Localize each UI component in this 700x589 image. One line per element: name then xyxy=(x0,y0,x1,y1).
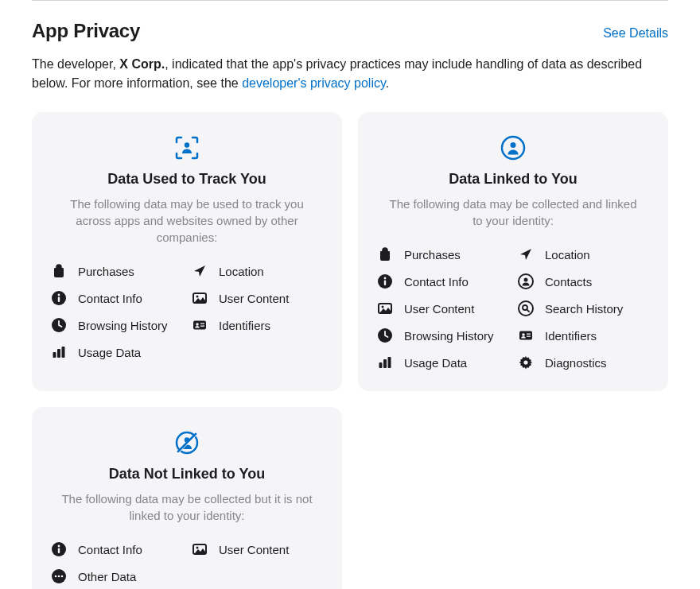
card-title: Data Not Linked to You xyxy=(51,466,323,482)
data-type-label: Purchases xyxy=(78,265,134,278)
data-type-item: Contacts xyxy=(518,273,649,289)
svg-point-15 xyxy=(511,142,516,148)
svg-point-8 xyxy=(196,323,199,326)
data-type-item: Contact Info xyxy=(51,541,182,557)
svg-point-20 xyxy=(524,278,528,282)
svg-point-40 xyxy=(58,545,60,548)
data-type-label: Search History xyxy=(545,302,623,316)
user-content-icon xyxy=(192,541,208,557)
data-type-item: Purchases xyxy=(51,263,182,279)
data-type-label: Usage Data xyxy=(78,346,141,359)
data-type-label: Usage Data xyxy=(404,356,467,370)
data-type-label: Contact Info xyxy=(78,543,142,556)
svg-rect-9 xyxy=(200,324,204,324)
track-items: PurchasesLocationContact InfoUser Conten… xyxy=(51,263,323,360)
intro-text: The developer, X Corp., indicated that t… xyxy=(32,55,668,93)
data-type-label: User Content xyxy=(404,302,474,316)
diagnostics-icon xyxy=(518,355,534,370)
svg-rect-11 xyxy=(53,352,56,358)
browsing-history-icon xyxy=(51,317,67,333)
data-type-label: Contacts xyxy=(545,275,592,289)
card-title: Data Linked to You xyxy=(377,171,649,188)
info-icon xyxy=(51,541,67,557)
data-type-item: Contact Info xyxy=(377,273,508,289)
card-desc: The following data may be used to track … xyxy=(51,196,323,246)
data-type-item: Identifiers xyxy=(518,327,649,343)
data-type-label: User Content xyxy=(219,292,289,305)
data-type-label: Identifiers xyxy=(545,329,597,343)
track-you-icon xyxy=(51,134,323,161)
svg-point-34 xyxy=(523,360,527,364)
data-type-label: User Content xyxy=(219,543,289,556)
data-type-label: Identifiers xyxy=(219,319,270,332)
svg-rect-31 xyxy=(379,362,383,368)
svg-rect-30 xyxy=(527,336,531,337)
data-type-item: User Content xyxy=(192,290,323,306)
identifiers-icon xyxy=(192,317,208,333)
linked-items: PurchasesLocationContact InfoContactsUse… xyxy=(377,246,649,370)
data-type-label: Purchases xyxy=(404,248,461,262)
user-content-icon xyxy=(377,300,393,316)
svg-point-22 xyxy=(382,306,384,308)
card-linked-to-you: Data Linked to You The following data ma… xyxy=(358,112,668,391)
linked-to-you-icon xyxy=(377,134,649,161)
data-type-label: Contact Info xyxy=(78,292,142,305)
purchases-icon xyxy=(377,246,393,262)
data-type-label: Location xyxy=(219,265,264,278)
data-type-item: Usage Data xyxy=(51,344,182,360)
svg-point-28 xyxy=(522,333,525,336)
intro-suffix: . xyxy=(386,76,389,90)
svg-rect-7 xyxy=(193,321,206,330)
info-icon xyxy=(51,290,67,306)
data-type-item: Location xyxy=(192,263,323,279)
info-icon xyxy=(377,273,393,289)
svg-rect-3 xyxy=(58,297,60,303)
not-linked-icon xyxy=(51,429,323,456)
data-type-item: Search History xyxy=(518,300,649,316)
data-type-label: Other Data xyxy=(78,570,136,583)
svg-rect-32 xyxy=(383,359,387,368)
svg-rect-12 xyxy=(57,349,60,358)
data-type-item: Browsing History xyxy=(51,317,182,333)
svg-line-25 xyxy=(527,309,529,312)
section-title: App Privacy xyxy=(32,20,140,42)
section-divider xyxy=(32,0,668,1)
data-type-item: Contact Info xyxy=(51,290,182,306)
developer-name: X Corp. xyxy=(119,57,165,71)
data-type-item: Browsing History xyxy=(377,327,508,343)
not-linked-items: Contact InfoUser ContentOther Data xyxy=(51,541,323,584)
svg-point-17 xyxy=(384,277,387,280)
svg-point-46 xyxy=(58,575,60,578)
svg-point-0 xyxy=(185,142,189,147)
card-not-linked: Data Not Linked to You The following dat… xyxy=(32,407,342,589)
svg-rect-18 xyxy=(384,281,386,286)
data-type-label: Browsing History xyxy=(404,329,494,343)
data-type-label: Browsing History xyxy=(78,319,168,332)
data-type-item: Usage Data xyxy=(377,355,508,370)
card-desc: The following data may be collected but … xyxy=(51,490,323,524)
data-type-label: Contact Info xyxy=(404,275,469,289)
privacy-policy-link[interactable]: developer's privacy policy xyxy=(242,76,386,90)
data-type-item: Other Data xyxy=(51,568,182,584)
data-type-item: User Content xyxy=(192,541,323,557)
svg-point-23 xyxy=(519,301,533,316)
identifiers-icon xyxy=(518,327,534,343)
svg-rect-13 xyxy=(62,347,65,358)
svg-point-45 xyxy=(55,575,57,578)
svg-point-5 xyxy=(196,296,199,298)
svg-point-2 xyxy=(58,294,60,296)
header-row: App Privacy See Details xyxy=(32,20,668,42)
intro-prefix: The developer, xyxy=(32,57,119,71)
svg-rect-10 xyxy=(200,326,204,327)
data-type-item: Diagnostics xyxy=(518,355,649,370)
svg-rect-27 xyxy=(519,331,532,340)
other-data-icon xyxy=(51,568,67,584)
card-title: Data Used to Track You xyxy=(51,171,323,188)
usage-data-icon xyxy=(377,355,393,370)
usage-data-icon xyxy=(51,344,67,360)
data-type-item: User Content xyxy=(377,300,508,316)
svg-rect-33 xyxy=(388,357,391,368)
see-details-link[interactable]: See Details xyxy=(603,26,668,41)
data-type-item: Identifiers xyxy=(192,317,323,333)
data-type-item: Purchases xyxy=(377,246,508,262)
